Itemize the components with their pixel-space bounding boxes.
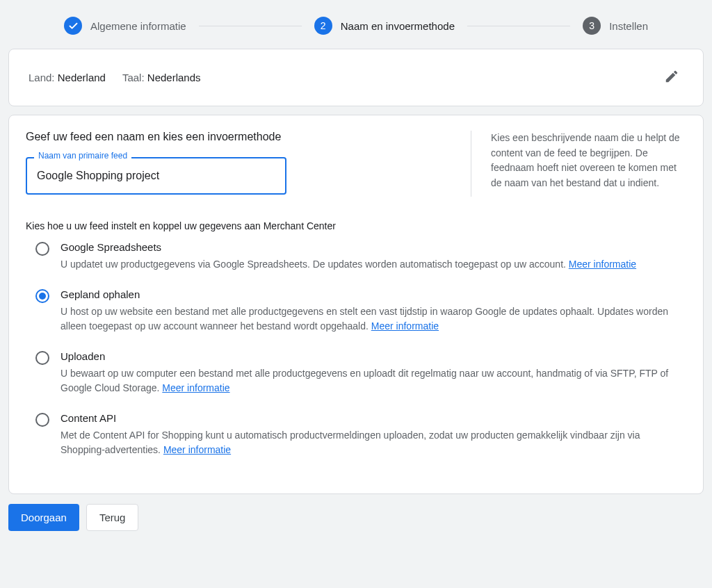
summary-text: Land: Nederland Taal: Nederlands (29, 72, 201, 83)
radio-body: Gepland ophalenU host op uw website een … (60, 288, 686, 334)
button-row: Doorgaan Terug (8, 504, 704, 531)
radio-title: Uploaden (60, 350, 686, 362)
more-info-link[interactable]: Meer informatie (163, 444, 231, 455)
pencil-icon (664, 69, 679, 84)
step-number-icon: 2 (314, 17, 332, 35)
continue-button[interactable]: Doorgaan (8, 504, 79, 531)
radio-icon[interactable] (35, 351, 49, 365)
radio-option[interactable]: Content APIMet de Content API for Shoppi… (26, 412, 686, 457)
radio-title: Google Spreadsheets (60, 241, 686, 253)
radio-option[interactable]: UploadenU bewaart op uw computer een bes… (26, 350, 686, 395)
help-panel: Kies een beschrijvende naam die u helpt … (471, 131, 686, 197)
radio-body: UploadenU bewaart op uw computer een bes… (60, 350, 686, 395)
field-legend: Naam van primaire feed (34, 151, 131, 161)
checkmark-icon (64, 17, 82, 35)
more-info-link[interactable]: Meer informatie (162, 382, 229, 393)
step-name-input-method[interactable]: 2 Naam en invoermethode (314, 17, 455, 35)
radio-icon[interactable] (35, 242, 49, 256)
feed-name-input[interactable] (26, 157, 286, 195)
main-card: Geef uw feed een naam en kies een invoer… (8, 115, 704, 494)
stepper: Algemene informatie 2 Naam en invoermeth… (8, 8, 704, 49)
summary-card: Land: Nederland Taal: Nederlands (8, 49, 704, 106)
language-value: Nederlands (147, 72, 201, 83)
radio-body: Content APIMet de Content API for Shoppi… (60, 412, 686, 457)
radio-title: Content API (60, 412, 686, 424)
radio-option[interactable]: Google SpreadsheetsU updatet uw productg… (26, 241, 686, 272)
radio-icon[interactable] (35, 413, 49, 427)
radio-group: Google SpreadsheetsU updatet uw productg… (26, 241, 686, 457)
section-heading: Geef uw feed een naam en kies een invoer… (26, 131, 471, 143)
radio-title: Gepland ophalen (60, 288, 686, 300)
country-label: Land: (29, 72, 55, 83)
step-number-icon: 3 (583, 17, 601, 35)
help-text: Kies een beschrijvende naam die u helpt … (491, 132, 680, 188)
feed-name-field-wrap: Naam van primaire feed (26, 157, 286, 195)
back-button[interactable]: Terug (86, 504, 139, 531)
radio-description: U updatet uw productgegevens via Google … (60, 257, 686, 272)
radio-description: Met de Content API for Shopping kunt u a… (60, 428, 686, 457)
language-label: Taal: (122, 72, 145, 83)
edit-button[interactable] (660, 65, 683, 90)
radio-body: Google SpreadsheetsU updatet uw productg… (60, 241, 686, 272)
step-setup[interactable]: 3 Instellen (583, 17, 648, 35)
step-connector (467, 26, 570, 26)
step-general-info[interactable]: Algemene informatie (64, 17, 186, 35)
radio-option[interactable]: Gepland ophalenU host op uw website een … (26, 288, 686, 334)
step-label: Instellen (609, 20, 648, 32)
input-method-subheading: Kies hoe u uw feed instelt en koppel uw … (26, 220, 686, 231)
country-value: Nederland (58, 72, 106, 83)
step-label: Naam en invoermethode (341, 20, 455, 32)
radio-description: U bewaart op uw computer een bestand met… (60, 366, 686, 395)
radio-description: U host op uw website een bestand met all… (60, 304, 686, 334)
step-label: Algemene informatie (90, 20, 186, 32)
step-connector (199, 26, 302, 26)
radio-icon[interactable] (35, 289, 49, 303)
more-info-link[interactable]: Meer informatie (371, 320, 439, 332)
more-info-link[interactable]: Meer informatie (569, 259, 636, 270)
country-summary: Land: Nederland (29, 72, 106, 83)
language-summary: Taal: Nederlands (122, 72, 201, 83)
